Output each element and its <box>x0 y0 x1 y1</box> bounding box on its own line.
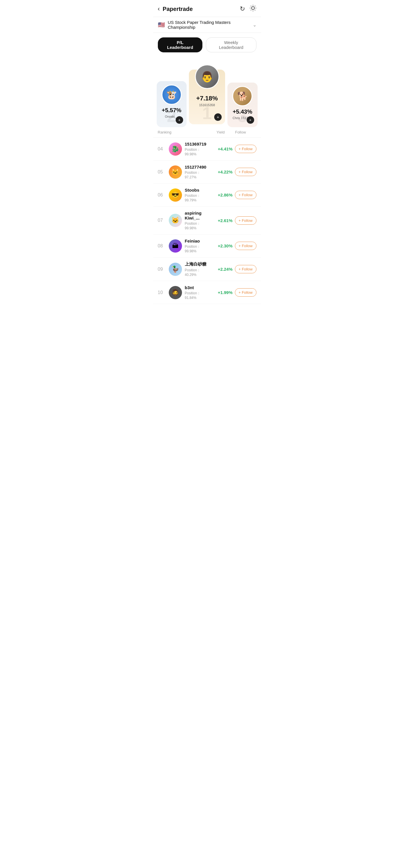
col-yield: Yield <box>199 130 225 134</box>
row-name: aspiring Kiwi_... <box>185 211 210 220</box>
row-avatar: 🐱 <box>169 214 182 227</box>
row-yield: +1.99% <box>210 290 233 295</box>
row-info: Feiniao Position：99.98% <box>185 239 210 253</box>
podium-third: 3 🐕 +5.43% Chris 15131... + <box>228 83 257 127</box>
table-row: 06 😎 Stoobs Position：99.79% +2.86% + Fol… <box>153 184 261 207</box>
header: ‹ Papertrade ↻ <box>153 0 261 17</box>
row-position: Position：97.27% <box>185 170 210 179</box>
row-rank: 07 <box>158 218 169 223</box>
podium-rank-bg-3: 3 <box>238 107 247 125</box>
row-yield: +2.30% <box>210 243 233 248</box>
row-rank: 05 <box>158 169 169 175</box>
championship-label: US Stock Paper Trading Masters Champions… <box>168 20 253 30</box>
back-button[interactable]: ‹ <box>158 5 160 13</box>
row-avatar: 🏔 <box>169 239 182 253</box>
championship-flag: 🇺🇸 <box>158 21 165 28</box>
follow-button[interactable]: + Follow <box>235 242 256 250</box>
follow-button[interactable]: + Follow <box>235 265 256 273</box>
follow-button[interactable]: + Follow <box>235 145 256 153</box>
row-yield: +2.61% <box>210 218 233 223</box>
svg-point-0 <box>251 7 254 9</box>
podium-yield-first: +7.18% <box>196 95 218 102</box>
row-rank: 09 <box>158 267 169 272</box>
row-yield: +2.86% <box>210 192 233 197</box>
row-info: b3nt Position：91.84% <box>185 285 210 300</box>
row-position: Position：91.84% <box>185 291 210 300</box>
chevron-down-icon: ⌄ <box>253 22 256 28</box>
avatar-second: 🐮 <box>162 85 182 105</box>
follow-button[interactable]: + Follow <box>235 288 256 297</box>
row-position: Position：99.98% <box>185 147 210 156</box>
podium-rank-bg-2: 2 <box>167 107 176 125</box>
row-rank: 04 <box>158 147 169 152</box>
row-position: Position：99.79% <box>185 193 210 202</box>
podium-rank-bg-1: 1 <box>202 105 212 122</box>
table-row: 10 🧔 b3nt Position：91.84% +1.99% + Follo… <box>153 281 261 304</box>
table-row: 08 🏔 Feiniao Position：99.98% +2.30% + Fo… <box>153 235 261 257</box>
row-info: 上海白砂糖 Position：40.29% <box>185 261 210 277</box>
avatar-first: 👨 <box>195 64 219 89</box>
tab-weekly-leaderboard[interactable]: Weekly Leaderboard <box>206 37 256 52</box>
follow-button[interactable]: + Follow <box>235 168 256 176</box>
podium-follow-first-button[interactable]: + <box>214 113 222 121</box>
svg-line-4 <box>255 10 255 10</box>
row-name: 151369719 <box>185 142 210 147</box>
col-user <box>172 130 199 134</box>
row-avatar: 🐱 <box>169 165 182 179</box>
tab-pl-leaderboard[interactable]: P/L Leaderboard <box>158 37 203 52</box>
row-yield: +4.22% <box>210 169 233 174</box>
table-row: 04 🐉 151369719 Position：99.98% +4.41% + … <box>153 137 261 160</box>
follow-button[interactable]: + Follow <box>235 191 256 199</box>
row-name: Stoobs <box>185 188 210 192</box>
col-ranking: Ranking <box>158 130 172 134</box>
row-name: 上海白砂糖 <box>185 261 210 267</box>
tabs-container: P/L Leaderboard Weekly Leaderboard <box>153 33 261 52</box>
row-name: 151277490 <box>185 164 210 169</box>
row-position: Position：40.29% <box>185 268 210 277</box>
col-follow: Follow <box>225 130 256 134</box>
championship-bar[interactable]: 🇺🇸 US Stock Paper Trading Masters Champi… <box>153 17 261 33</box>
page-title: Papertrade <box>163 6 240 12</box>
svg-line-8 <box>255 6 255 6</box>
leaderboard-table: 04 🐉 151369719 Position：99.98% +4.41% + … <box>153 137 261 304</box>
table-row: 09 🦆 上海白砂糖 Position：40.29% +2.24% + Foll… <box>153 257 261 281</box>
row-info: aspiring Kiwi_... Position：99.98% <box>185 211 210 230</box>
podium-follow-second-button[interactable]: + <box>176 116 183 124</box>
row-rank: 08 <box>158 243 169 249</box>
row-avatar: 🦆 <box>169 263 182 276</box>
row-yield: +2.24% <box>210 267 233 272</box>
row-position: Position：99.98% <box>185 221 210 230</box>
podium-first: 1 👨 +7.18% 151615358 + <box>189 70 225 124</box>
row-info: 151369719 Position：99.98% <box>185 142 210 156</box>
svg-line-7 <box>251 10 251 10</box>
row-yield: +4.41% <box>210 147 233 151</box>
row-rank: 10 <box>158 290 169 295</box>
row-rank: 06 <box>158 192 169 198</box>
row-info: Stoobs Position：99.79% <box>185 188 210 202</box>
avatar-third: 🐕 <box>232 86 252 106</box>
row-name: Feiniao <box>185 239 210 243</box>
svg-line-3 <box>251 6 251 6</box>
follow-button[interactable]: + Follow <box>235 216 256 225</box>
header-icons: ↻ <box>240 5 256 13</box>
row-info: 151277490 Position：97.27% <box>185 164 210 179</box>
podium-follow-third-button[interactable]: + <box>247 116 254 124</box>
row-position: Position：99.98% <box>185 244 210 253</box>
row-name: b3nt <box>185 285 210 290</box>
refresh-icon[interactable]: ↻ <box>240 5 245 13</box>
row-avatar: 😎 <box>169 188 182 202</box>
row-avatar: 🧔 <box>169 286 182 299</box>
podium-section: 2 🐮 +5.57% Onoski__ + 1 👨 +7.18% 1516153… <box>153 52 261 127</box>
brightness-icon[interactable] <box>249 5 256 13</box>
row-avatar: 🐉 <box>169 143 182 156</box>
table-header: Ranking Yield Follow <box>153 127 261 137</box>
table-row: 07 🐱 aspiring Kiwi_... Position：99.98% +… <box>153 207 261 235</box>
podium-second: 2 🐮 +5.57% Onoski__ + <box>157 81 186 127</box>
table-row: 05 🐱 151277490 Position：97.27% +4.22% + … <box>153 160 261 184</box>
